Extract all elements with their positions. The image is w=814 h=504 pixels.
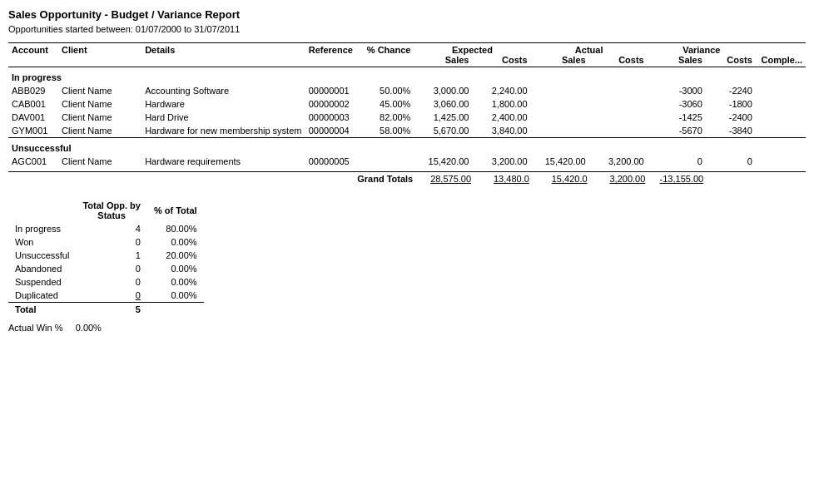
col-header-expected: Expected [414, 43, 530, 56]
summary-total-label: Total [8, 303, 76, 317]
grand-total-label: Grand Totals [354, 172, 416, 186]
section-label-row: In progress [8, 67, 806, 85]
grand-total-act-sales: 15,420.0 [533, 172, 591, 186]
summary-total-row: Total 5 [8, 303, 204, 317]
col-header-variance: Variance [648, 43, 756, 56]
main-table: Account Client Details Reference % Chanc… [8, 42, 806, 168]
col-header-account: Account [8, 43, 58, 56]
col-header-complete [756, 43, 806, 56]
actual-win-value: 0.00% [76, 323, 102, 333]
summary-section: Total Opp. byStatus % of Total In progre… [8, 199, 806, 316]
table-row: GYM001Client NameHardware for new member… [8, 124, 806, 138]
grand-total-row: Grand Totals 28,575.00 13,480.0 15,420.0… [8, 172, 806, 186]
summary-header-count: Total Opp. byStatus [76, 199, 146, 222]
grand-total-exp-sales: 28,575.00 [416, 172, 474, 186]
col-header-var-sales: Sales [648, 55, 706, 67]
grand-total-exp-costs: 13,480.0 [474, 172, 533, 186]
section-label-row: Unsuccessful [8, 138, 806, 156]
report-title: Sales Opportunity - Budget / Variance Re… [8, 8, 806, 21]
col-header-act-costs: Costs [589, 55, 648, 67]
grand-total-table: Grand Totals 28,575.00 13,480.0 15,420.0… [8, 171, 806, 185]
col-header-exp-costs: Costs [472, 55, 530, 67]
summary-row: Unsuccessful120.00% [8, 249, 204, 262]
summary-row: In progress480.00% [8, 222, 204, 235]
actual-win-label: Actual Win % [8, 323, 62, 333]
col-header-var-costs: Costs [706, 55, 756, 67]
summary-row: Abandoned00.00% [8, 262, 204, 275]
table-row: CAB001Client NameHardware0000000245.00%3… [8, 97, 806, 111]
summary-header-percent: % of Total [147, 199, 204, 222]
col-header-reference: Reference [305, 43, 364, 56]
report-subtitle: Opportunities started between: 01/07/200… [8, 24, 806, 34]
col-header-act-sales: Sales [531, 55, 589, 67]
summary-row: Won00.00% [8, 235, 204, 249]
col-header-client: Client [58, 43, 141, 56]
col-header-details: Details [141, 43, 305, 56]
col-header-actual: Actual [531, 43, 648, 56]
table-row: ABB029Client NameAccounting Software0000… [8, 84, 806, 97]
table-row: AGC001Client NameHardware requirements00… [8, 155, 806, 168]
summary-row: Suspended00.00% [8, 275, 204, 289]
col-header-exp-sales: Sales [414, 55, 472, 67]
grand-total-var-sales: -13,155.00 [648, 172, 707, 186]
col-header-var-complete: Comple... [756, 55, 806, 67]
summary-table: Total Opp. byStatus % of Total In progre… [8, 199, 204, 316]
actual-win-row: Actual Win % 0.00% [8, 323, 806, 333]
col-header-chance: % Chance [364, 43, 414, 56]
grand-total-act-costs: 3,200.00 [591, 172, 649, 186]
summary-total-count: 5 [76, 303, 146, 317]
table-row: DAV001Client NameHard Drive0000000382.00… [8, 111, 806, 124]
summary-row: Duplicated00.00% [8, 289, 204, 303]
